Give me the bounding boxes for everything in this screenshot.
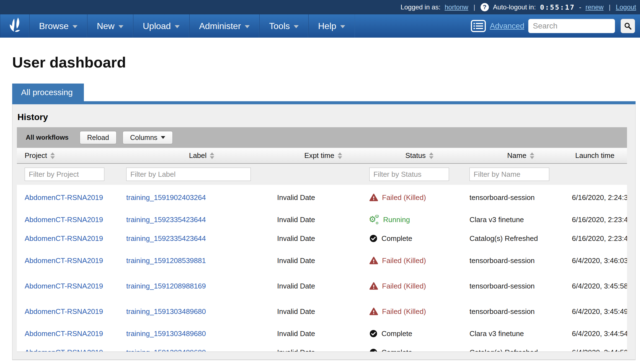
status-cell: Failed (Killed)	[369, 307, 469, 316]
status-cell: Failed (Killed)	[369, 193, 469, 202]
column-header-label: Expt time	[304, 151, 334, 160]
status-cell: Complete	[369, 234, 469, 243]
table-row: AbdomenCT-RSNA2019training_1591303489680…	[17, 343, 627, 352]
username-link[interactable]: hortonw	[445, 3, 468, 11]
name-cell: tensorboard-session	[469, 282, 572, 290]
nav-menu-upload[interactable]: Upload	[133, 14, 189, 38]
renew-link[interactable]: renew	[585, 3, 603, 11]
sort-icon	[338, 152, 342, 159]
name-cell: tensorboard-session	[469, 307, 572, 316]
name-cell: Catalog(s) Refreshed	[469, 348, 572, 352]
nav-menu-browse[interactable]: Browse	[29, 14, 87, 38]
column-header-launch-time: Launch time	[572, 148, 627, 163]
status-cell: Failed (Killed)	[369, 256, 469, 265]
label-link[interactable]: training_1591303489680	[126, 348, 206, 352]
project-cell: AbdomenCT-RSNA2019	[17, 329, 126, 338]
panel-title: History	[17, 112, 627, 122]
nav-menu-help[interactable]: Help	[308, 14, 355, 38]
nav-menu-label: Upload	[143, 21, 171, 31]
project-link[interactable]: AbdomenCT-RSNA2019	[25, 282, 103, 290]
nav-menu-new[interactable]: New	[87, 14, 133, 38]
nav-menu-label: Browse	[39, 21, 69, 31]
label-cell: training_1591208539881	[126, 256, 277, 265]
search-input[interactable]	[528, 19, 615, 33]
nav-menu-label: Tools	[269, 21, 290, 31]
project-link[interactable]: AbdomenCT-RSNA2019	[25, 329, 103, 338]
label-cell: training_1591303489680	[126, 329, 277, 338]
filter-input-filter-by-label[interactable]	[126, 168, 251, 181]
column-header-label: Project	[25, 151, 47, 160]
expt-time-cell: Invalid Date	[277, 193, 369, 202]
table-row: AbdomenCT-RSNA2019training_1591902403264…	[17, 185, 627, 210]
search-button[interactable]	[621, 19, 635, 33]
project-cell: AbdomenCT-RSNA2019	[17, 307, 126, 316]
launch-time-cell: 6/4/2020, 3:44:53	[572, 348, 627, 352]
chevron-down-icon	[118, 25, 123, 28]
logo-plant-icon	[7, 17, 22, 35]
logout-link[interactable]: Logout	[616, 3, 636, 11]
filter-input-filter-by-status[interactable]	[369, 168, 449, 181]
help-question-icon[interactable]: ?	[481, 3, 489, 11]
column-header-label[interactable]: Label	[126, 148, 277, 163]
launch-time-cell: 6/4/2020, 3:44:54	[572, 329, 627, 338]
filter-input-filter-by-project[interactable]	[25, 168, 104, 181]
app-logo[interactable]	[0, 14, 29, 38]
warning-triangle-icon	[369, 282, 378, 290]
column-header-name[interactable]: Name	[469, 148, 572, 163]
label-link[interactable]: training_1592335423644	[126, 234, 206, 243]
nav-menu-label: Administer	[199, 21, 241, 31]
status-cell: ⚙⚙⚙Running	[369, 215, 469, 224]
reload-button[interactable]: Reload	[80, 131, 117, 144]
columns-dropdown-button[interactable]: Columns	[123, 131, 173, 144]
label-link[interactable]: training_1591303489680	[126, 329, 206, 338]
column-header-expt-time[interactable]: Expt time	[277, 148, 369, 163]
label-cell: training_1591303489680	[126, 348, 277, 352]
column-header-status[interactable]: Status	[369, 148, 469, 163]
status-cell: Complete	[369, 348, 469, 352]
project-link[interactable]: AbdomenCT-RSNA2019	[25, 348, 103, 352]
check-circle-icon	[369, 348, 378, 352]
chevron-down-icon	[340, 25, 345, 28]
tab-all-processing[interactable]: All processing	[12, 84, 84, 101]
column-header-project[interactable]: Project	[17, 148, 126, 163]
project-link[interactable]: AbdomenCT-RSNA2019	[25, 256, 103, 265]
page-title: User dashboard	[12, 54, 640, 71]
gears-icon: ⚙⚙⚙	[369, 215, 379, 224]
project-link[interactable]: AbdomenCT-RSNA2019	[25, 193, 103, 202]
expt-time-cell: Invalid Date	[277, 256, 369, 265]
label-cell: training_1591303489680	[126, 307, 277, 316]
project-cell: AbdomenCT-RSNA2019	[17, 193, 126, 202]
expt-time-cell: Invalid Date	[277, 307, 369, 316]
project-link[interactable]: AbdomenCT-RSNA2019	[25, 215, 103, 224]
sort-icon	[429, 152, 433, 159]
label-link[interactable]: training_1592335423644	[126, 215, 206, 224]
label-link[interactable]: training_1591902403264	[126, 193, 206, 202]
sort-icon	[530, 152, 534, 159]
expt-time-cell: Invalid Date	[277, 215, 369, 224]
label-link[interactable]: training_1591208988169	[126, 282, 206, 290]
column-header-label: Label	[189, 151, 207, 160]
dash: -	[579, 3, 581, 11]
table-row: AbdomenCT-RSNA2019training_1591303489680…	[17, 324, 627, 343]
status-label: Complete	[381, 348, 412, 352]
chevron-down-icon	[175, 25, 180, 28]
project-link[interactable]: AbdomenCT-RSNA2019	[25, 234, 103, 243]
filter-input-filter-by-name[interactable]	[469, 168, 549, 181]
nav-menu-administer[interactable]: Administer	[189, 14, 259, 38]
label-link[interactable]: training_1591303489680	[126, 307, 206, 316]
label-cell: training_1592335423644	[126, 234, 277, 243]
status-cell: Failed (Killed)	[369, 282, 469, 290]
column-header-label: Status	[405, 151, 426, 160]
project-cell: AbdomenCT-RSNA2019	[17, 256, 126, 265]
nav-menu-tools[interactable]: Tools	[259, 14, 308, 38]
project-link[interactable]: AbdomenCT-RSNA2019	[25, 307, 103, 316]
expt-time-cell: Invalid Date	[277, 348, 369, 352]
table-row: AbdomenCT-RSNA2019training_1591303489680…	[17, 299, 627, 324]
advanced-search-link[interactable]: Advanced	[490, 22, 524, 30]
filter-cell	[126, 168, 277, 181]
advanced-search-icon[interactable]	[471, 20, 486, 32]
label-link[interactable]: training_1591208539881	[126, 256, 206, 265]
history-panel: History All workflows Reload Columns Pro…	[12, 104, 636, 360]
status-label: Running	[383, 215, 410, 224]
launch-time-cell: 6/16/2020, 2:23:4	[572, 215, 627, 224]
